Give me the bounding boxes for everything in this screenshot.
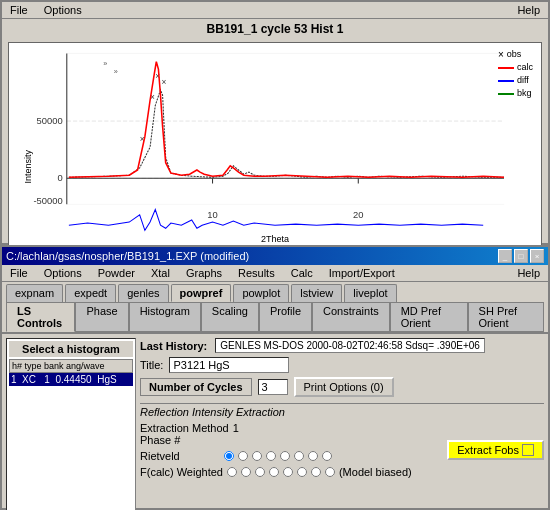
chart-menu-file[interactable]: File (4, 3, 34, 17)
fcalc-radio-8[interactable] (325, 467, 335, 477)
fcalc-radio-7[interactable] (311, 467, 321, 477)
title-label: Title: (140, 359, 163, 371)
chart-title: BB191_1 cycle 53 Hist 1 (2, 19, 548, 38)
x-axis-label: 2Theta (261, 234, 289, 244)
close-button[interactable]: × (530, 249, 544, 263)
chart-plot-area: Intensity 2Theta × obs calc diff bkg (8, 42, 542, 247)
histogram-row[interactable]: 1 XC 1 0.44450 HgS (9, 373, 133, 386)
bottom-window-title: C:/lachlan/gsas/nospher/BB191_1.EXP (mod… (6, 250, 498, 262)
rietveld-radio-2[interactable] (238, 451, 248, 461)
rietveld-radio-8[interactable] (322, 451, 332, 461)
subtab-histogram[interactable]: Histogram (129, 302, 201, 332)
fcalc-radio-4[interactable] (269, 467, 279, 477)
svg-text:-50000: -50000 (33, 196, 62, 206)
menu-xtal[interactable]: Xtal (145, 266, 176, 280)
rietveld-radio-1[interactable] (224, 451, 234, 461)
chart-legend: × obs calc diff bkg (498, 48, 533, 100)
tab-genles[interactable]: genles (118, 284, 168, 302)
rietveld-radio-4[interactable] (266, 451, 276, 461)
main-tab-row: expnam expedt genles powpref powplot lst… (2, 282, 548, 302)
histogram-panel-title: Select a histogram (9, 341, 133, 357)
last-history-value: GENLES MS-DOS 2000-08-02T02:46:58 Sdsq= … (215, 338, 485, 353)
subtab-scaling[interactable]: Scaling (201, 302, 259, 332)
tab-powplot[interactable]: powplot (233, 284, 289, 302)
svg-text:×: × (162, 77, 167, 87)
fcalc-radio-2[interactable] (241, 467, 251, 477)
legend-obs: × obs (498, 48, 533, 61)
fcalc-radio-1[interactable] (227, 467, 237, 477)
svg-text:20: 20 (353, 210, 363, 220)
chart-svg: 50000 0 -50000 10 20 × × × × » » (9, 43, 541, 246)
histogram-panel: Select a histogram h# type bank ang/wave… (6, 338, 136, 510)
rietveld-radio-3[interactable] (252, 451, 262, 461)
extract-right: Extract Fobs (447, 440, 544, 460)
chart-window: File Options Help BB191_1 cycle 53 Hist … (0, 0, 550, 245)
rietveld-radio-6[interactable] (294, 451, 304, 461)
reflection-section-title: Reflection Intensity Extraction (140, 403, 544, 418)
legend-calc: calc (498, 61, 533, 74)
fcalc-radio-6[interactable] (297, 467, 307, 477)
y-axis-label: Intensity (23, 150, 33, 184)
menu-calc[interactable]: Calc (285, 266, 319, 280)
model-biased-label: (Model biased) (339, 466, 412, 478)
title-row: Title: (140, 357, 544, 373)
subtab-profile[interactable]: Profile (259, 302, 312, 332)
fcalc-radio-3[interactable] (255, 467, 265, 477)
rietveld-row: Rietveld (140, 450, 439, 462)
svg-text:»: » (103, 59, 107, 68)
legend-bkg: bkg (498, 87, 533, 100)
subtab-ls-controls[interactable]: LS Controls (6, 302, 75, 332)
subtab-sh-pref-orient[interactable]: SH Pref Orient (468, 302, 544, 332)
rietveld-radio-7[interactable] (308, 451, 318, 461)
last-history-row: Last History: GENLES MS-DOS 2000-08-02T0… (140, 338, 544, 353)
fcalc-weighted-label: F(calc) Weighted (140, 466, 223, 478)
extract-left: Extraction Method Phase # 1 Rietveld (140, 422, 439, 478)
menu-import-export[interactable]: Import/Export (323, 266, 401, 280)
menu-results[interactable]: Results (232, 266, 281, 280)
fcalc-row: F(calc) Weighted (Model biased) (140, 466, 439, 478)
extract-fobs-button[interactable]: Extract Fobs (447, 440, 544, 460)
tab-expedt[interactable]: expedt (65, 284, 116, 302)
chart-menubar: File Options Help (2, 2, 548, 19)
tab-lstview[interactable]: lstview (291, 284, 342, 302)
svg-text:10: 10 (207, 210, 217, 220)
menu-powder[interactable]: Powder (92, 266, 141, 280)
extraction-method-row: Extraction Method Phase # 1 (140, 422, 439, 446)
fcalc-radio-5[interactable] (283, 467, 293, 477)
cycles-row: Number of Cycles Print Options (0) (140, 377, 544, 397)
subtab-constraints[interactable]: Constraints (312, 302, 390, 332)
minimize-button[interactable]: _ (498, 249, 512, 263)
title-input[interactable] (169, 357, 289, 373)
tab-expnam[interactable]: expnam (6, 284, 63, 302)
svg-text:0: 0 (57, 173, 62, 183)
maximize-button[interactable]: □ (514, 249, 528, 263)
menu-file[interactable]: File (4, 266, 34, 280)
menu-graphs[interactable]: Graphs (180, 266, 228, 280)
menu-options[interactable]: Options (38, 266, 88, 280)
chart-menu-options[interactable]: Options (38, 3, 88, 17)
chart-menu-help[interactable]: Help (511, 3, 546, 17)
number-cycles-label: Number of Cycles (140, 378, 252, 396)
subtab-md-pref-orient[interactable]: MD Pref Orient (390, 302, 468, 332)
tab-liveplot[interactable]: liveplot (344, 284, 396, 302)
bottom-panel: C:/lachlan/gsas/nospher/BB191_1.EXP (mod… (0, 245, 550, 510)
last-history-label: Last History: (140, 340, 207, 352)
menu-help[interactable]: Help (511, 266, 546, 280)
extract-row: Extraction Method Phase # 1 Rietveld (140, 422, 544, 478)
window-controls: _ □ × (498, 249, 544, 263)
right-panel: Last History: GENLES MS-DOS 2000-08-02T0… (140, 338, 544, 510)
subtab-row: LS Controls Phase Histogram Scaling Prof… (2, 302, 548, 334)
legend-diff: diff (498, 74, 533, 87)
print-options-button[interactable]: Print Options (0) (294, 377, 394, 397)
extract-fobs-icon (522, 444, 534, 456)
cycles-input[interactable] (258, 379, 288, 395)
rietveld-radio-5[interactable] (280, 451, 290, 461)
tab-powpref[interactable]: powpref (171, 284, 232, 302)
svg-text:»: » (114, 67, 118, 76)
bottom-menubar: File Options Powder Xtal Graphs Results … (2, 265, 548, 282)
main-content: Select a histogram h# type bank ang/wave… (2, 334, 548, 510)
svg-text:50000: 50000 (37, 116, 63, 126)
histogram-header: h# type bank ang/wave (9, 359, 133, 373)
extraction-method-value: 1 (233, 422, 239, 434)
subtab-phase[interactable]: Phase (75, 302, 128, 332)
